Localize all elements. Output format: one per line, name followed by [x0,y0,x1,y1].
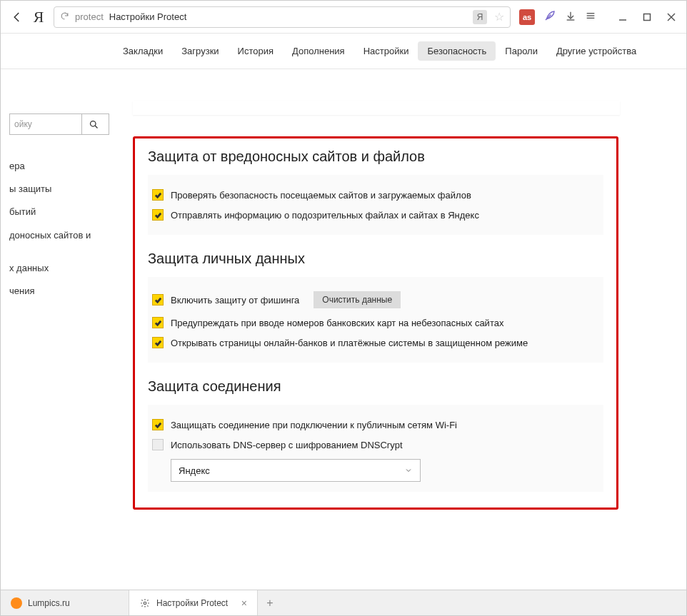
tab-settings[interactable]: Настройки [354,41,418,61]
menu-icon[interactable] [585,10,596,24]
tab-label: Настройки Protect [156,598,228,608]
browser-tab-lumpics[interactable]: Lumpics.ru [1,590,129,615]
option-label: Предупреждать при вводе номеров банковск… [171,318,503,328]
svg-point-10 [91,121,96,126]
gear-icon [139,597,151,609]
checkbox-wifi-protect[interactable] [152,419,164,430]
tab-addons[interactable]: Дополнения [283,41,354,61]
option-label: Проверять безопасность посещаемых сайтов… [171,190,471,201]
section-title-malware: Защита от вредоносных сайтов и файлов [148,148,603,165]
sidebar-item[interactable]: чения [9,280,116,303]
dns-select-value: Яндекс [179,465,210,476]
chevron-down-icon [404,466,413,475]
close-tab-icon[interactable]: × [241,597,247,609]
sidebar-item[interactable]: доносных сайтов и [9,224,116,247]
group-personal: Включить защиту от фишинга Очистить данн… [148,277,603,363]
option-row: Отправлять информацию о подозрительных ф… [152,205,593,225]
checkbox-send-info[interactable] [152,209,164,221]
option-row: Открывать страницы онлайн-банков и платё… [152,333,593,353]
bookmark-star-icon[interactable]: ☆ [494,10,504,24]
settings-nav-tabs: Закладки Загрузки История Дополнения Нас… [1,34,686,69]
refresh-icon[interactable] [60,11,69,23]
tab-passwords[interactable]: Пароли [496,41,547,61]
option-row: Защищать соединение при подключении к пу… [152,415,593,435]
window-maximize-icon[interactable] [642,12,652,22]
yandex-logo[interactable]: Я [32,8,45,26]
svg-point-12 [144,602,146,605]
favicon-icon [11,597,22,609]
browser-tab-protect[interactable]: Настройки Protect × [129,590,258,615]
option-label: Отправлять информацию о подозрительных ф… [171,210,479,221]
sidebar-item[interactable]: ы защиты [9,178,116,201]
option-label: Защищать соединение при подключении к пу… [171,420,457,430]
address-title: Настройки Protect [109,11,187,22]
dns-select-wrap: Яндекс [171,459,421,482]
new-tab-button[interactable]: + [258,590,282,615]
tab-other-devices[interactable]: Другие устройства [547,41,646,61]
option-row: Предупреждать при вводе номеров банковск… [152,313,593,333]
checkbox-bank-protected[interactable] [152,337,164,348]
downloads-icon[interactable] [565,10,576,24]
option-label: Включить защиту от фишинга [171,295,299,306]
browser-tab-strip: Lumpics.ru Настройки Protect × + [1,590,686,615]
option-label: Использовать DNS-сервер с шифрованием DN… [171,440,403,450]
group-connection: Защищать соединение при подключении к пу… [148,405,603,492]
checkbox-check-safety[interactable] [152,189,164,201]
option-row: Проверять безопасность посещаемых сайтов… [152,185,593,205]
extension-feather-icon[interactable] [543,9,556,24]
svg-line-11 [95,126,97,128]
tab-bookmarks[interactable]: Закладки [114,41,172,61]
svg-rect-7 [644,14,651,20]
address-bar[interactable]: protect Настройки Protect Я ☆ [54,6,511,28]
content-spacer [133,101,620,115]
search-settings [9,113,109,135]
tab-security[interactable]: Безопасность [418,41,496,61]
window-controls [618,12,676,22]
sidebar-item[interactable]: бытий [9,201,116,223]
section-title-connection: Защита соединения [148,378,603,395]
search-input[interactable] [10,115,81,133]
sidebar-item[interactable]: х данных [9,257,116,280]
tab-downloads[interactable]: Загрузки [172,41,228,61]
back-button[interactable] [11,11,24,24]
clear-data-button[interactable]: Очистить данные [314,291,401,308]
extension-lastfm-icon[interactable]: as [519,9,535,25]
dns-select[interactable]: Яндекс [171,459,421,482]
window-minimize-icon[interactable] [618,12,628,22]
sidebar: ера ы защиты бытий доносных сайтов и х д… [9,155,116,303]
section-title-personal: Защита личных данных [148,251,603,267]
checkbox-card-warn[interactable] [152,317,164,328]
checkbox-dnscrypt[interactable] [152,439,164,450]
checkbox-phishing[interactable] [152,294,164,306]
address-prefix: protect [75,11,104,22]
sidebar-item[interactable]: ера [9,155,116,178]
search-button[interactable] [81,114,106,134]
option-row: Включить защиту от фишинга Очистить данн… [152,287,593,313]
browser-topbar: Я protect Настройки Protect Я ☆ as [1,1,686,34]
option-label: Открывать страницы онлайн-банков и платё… [171,338,528,348]
tab-history[interactable]: История [229,41,283,61]
window-close-icon[interactable] [666,12,676,22]
tab-label: Lumpics.ru [28,598,70,608]
option-row: Использовать DNS-сервер с шифрованием DN… [152,435,593,455]
yandex-badge-icon[interactable]: Я [473,10,487,24]
security-settings-panel: Защита от вредоносных сайтов и файлов Пр… [133,136,618,510]
group-malware: Проверять безопасность посещаемых сайтов… [148,175,603,235]
